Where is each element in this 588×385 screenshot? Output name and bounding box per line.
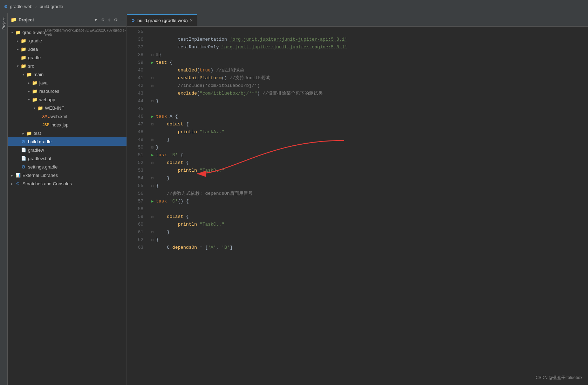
- tree-item-name-gradlewbat-file: gradlew.bat: [28, 156, 52, 161]
- sidebar-icon-expand[interactable]: ⇕: [108, 17, 111, 23]
- tree-item-webxml-file[interactable]: XMLweb.xml: [8, 112, 127, 121]
- tree-item-main-folder[interactable]: ▾📁main: [8, 70, 127, 78]
- line-number-44: 44: [127, 97, 143, 105]
- title-file: build.gradle: [40, 4, 63, 9]
- tree-item-indexjsp-file[interactable]: JSPindex.jsp: [8, 121, 127, 129]
- line-number-63: 63: [127, 244, 143, 252]
- line-number-50: 50: [127, 144, 143, 151]
- line-number-38: 38: [127, 51, 143, 59]
- tree-item-settingsgradle-file[interactable]: ⚙settings.gradle: [8, 163, 127, 171]
- code-line-60: println "TaskC..": [149, 221, 588, 228]
- line-content-48: println "TaskA..": [156, 128, 588, 136]
- tree-arrow-resources-folder[interactable]: ▸: [26, 89, 32, 93]
- project-folder-icon: 📁: [11, 17, 16, 23]
- sidebar-icon-settings[interactable]: ⚙: [114, 17, 117, 23]
- tree-arrow-webinf-folder[interactable]: ▾: [32, 106, 37, 110]
- tree-item-name-external-libs: External Libraries: [22, 173, 58, 178]
- gutter-marker-46[interactable]: ▶: [149, 113, 156, 121]
- code-line-36: testImplementation 'org.junit.jupiter:ju…: [149, 36, 588, 43]
- project-tab-label[interactable]: Project: [1, 16, 7, 31]
- tree-item-webinf-folder[interactable]: ▾📁WEB-INF: [8, 104, 127, 112]
- tree-item-test-folder[interactable]: ▸📁test: [8, 129, 127, 137]
- sidebar-header: 📁 Project ▾ ⊕ ⇕ ⚙ —: [8, 13, 127, 27]
- gutter-marker-51[interactable]: ▶: [149, 151, 156, 159]
- line-content-40: enabled(true) //跳过测试类: [156, 67, 588, 74]
- line-number-47: 47: [127, 121, 143, 128]
- tree-arrow-src-folder[interactable]: ▾: [15, 64, 20, 68]
- watermark-text: CSDN @蓝盒子itbluebox: [535, 375, 582, 380]
- file-icon-main-folder: 📁: [26, 71, 32, 77]
- line-number-54: 54: [127, 174, 143, 182]
- code-line-39: ▶test {: [149, 59, 588, 67]
- tree-item-name-indexjsp-file: index.jsp: [50, 122, 68, 128]
- line-number-49: 49: [127, 136, 143, 144]
- line-number-41: 41: [127, 74, 143, 82]
- tree-item-scratches[interactable]: ▸⊙Scratches and Consoles: [8, 179, 127, 188]
- tree-item-path-gradle-web-root: D:\ProgramWorkSpace\IDEA\20220707\gradle…: [45, 28, 127, 36]
- gutter-marker-41: ⊟: [149, 74, 156, 82]
- line-number-52: 52: [127, 159, 143, 167]
- line-content-63: C.dependsOn = ['A', 'B']: [156, 244, 588, 252]
- tree-arrow-main-folder[interactable]: ▾: [20, 73, 26, 76]
- line-number-37: 37: [127, 43, 143, 51]
- line-content-57: task 'C'() {: [156, 198, 588, 205]
- tree-item-gradle-web-root[interactable]: ▾📁gradle-web D:\ProgramWorkSpace\IDEA\20…: [8, 28, 127, 36]
- gutter-marker-44: ⊟: [149, 97, 156, 105]
- tree-arrow-gradle-folder[interactable]: ▸: [15, 39, 20, 43]
- tree-item-java-folder[interactable]: ▸📁java: [8, 78, 127, 87]
- tree-item-gradle-folder[interactable]: ▸📁.gradle: [8, 36, 127, 45]
- file-icon-gradle-web-root: 📁: [15, 29, 21, 35]
- tree-item-gradle-folder2[interactable]: 📁gradle: [8, 53, 127, 62]
- tree-item-src-folder[interactable]: ▾📁src: [8, 62, 127, 70]
- code-editor[interactable]: 3536373839404142434445464748495051525354…: [127, 27, 588, 385]
- tree-arrow-test-folder[interactable]: ▸: [20, 131, 26, 135]
- tree-arrow-gradle-web-root[interactable]: ▾: [9, 30, 15, 34]
- line-number-39: 39: [127, 59, 143, 67]
- code-line-44: ⊟}: [149, 97, 588, 105]
- tree-arrow-idea-folder[interactable]: ▸: [15, 47, 20, 51]
- tree-arrow-external-libs[interactable]: ▸: [9, 173, 15, 177]
- file-icon-indexjsp-file: JSP: [43, 122, 49, 128]
- gutter-marker-39[interactable]: ▶: [149, 59, 156, 67]
- line-content-61: }: [156, 228, 588, 236]
- sidebar-icon-minimize[interactable]: —: [121, 17, 124, 23]
- tree-item-name-test-folder: test: [34, 131, 41, 136]
- line-number-35: 35: [127, 28, 143, 36]
- code-line-62: ⊟}: [149, 236, 588, 244]
- active-editor-tab[interactable]: ⚙ build.gradle (gradle-web) ×: [127, 14, 197, 26]
- line-number-48: 48: [127, 128, 143, 136]
- tree-arrow-webapp-folder[interactable]: ▾: [26, 98, 32, 102]
- tree-arrow-scratches[interactable]: ▸: [9, 182, 15, 186]
- code-line-55: ⊟}: [149, 182, 588, 190]
- gutter-marker-62: ⊟: [149, 236, 156, 244]
- line-number-61: 61: [127, 228, 143, 236]
- tree-item-resources-folder[interactable]: ▸📁resources: [8, 87, 127, 95]
- code-line-53: println "TaskB..": [149, 167, 588, 174]
- tree-item-name-settingsgradle-file: settings.gradle: [28, 164, 58, 170]
- tree-item-idea-folder[interactable]: ▸📁.idea: [8, 45, 127, 53]
- tree-item-name-gradle-folder: .gradle: [28, 38, 42, 43]
- code-content[interactable]: testImplementation 'org.junit.jupiter:ju…: [146, 27, 588, 385]
- editor-area: ⚙ build.gradle (gradle-web) × 3536373839…: [127, 13, 588, 385]
- file-icon-external-libs: 📊: [15, 172, 21, 178]
- tab-close-button[interactable]: ×: [190, 18, 193, 23]
- line-content-60: println "TaskC..": [156, 221, 588, 228]
- tree-item-name-gradle-web-root: gradle-web: [22, 30, 45, 35]
- dropdown-arrow[interactable]: ▾: [95, 17, 97, 22]
- tree-arrow-java-folder[interactable]: ▸: [26, 81, 32, 85]
- file-icon-resources-folder: 📁: [32, 88, 38, 94]
- tree-item-webapp-folder[interactable]: ▾📁webapp: [8, 95, 127, 104]
- sidebar-icon-sync[interactable]: ⊕: [101, 17, 104, 23]
- gutter-marker-57[interactable]: ▶: [149, 198, 156, 205]
- line-content-38: ⊟}: [156, 51, 588, 59]
- tree-item-gradlewbat-file[interactable]: 📄gradlew.bat: [8, 154, 127, 163]
- tree-item-external-libs[interactable]: ▸📊External Libraries: [8, 171, 127, 179]
- line-number-59: 59: [127, 213, 143, 221]
- tree-item-buildgradle-file[interactable]: ⚙build.gradle: [8, 137, 127, 146]
- code-line-45: [149, 105, 588, 113]
- line-content-43: exclude("com/itbluebox/bj/**") //设置排除某个包…: [156, 90, 588, 97]
- tree-item-gradlew-file[interactable]: 📄gradlew: [8, 146, 127, 154]
- tree-item-name-scratches: Scratches and Consoles: [22, 181, 72, 186]
- file-icon-webinf-folder: 📁: [37, 105, 43, 111]
- line-number-56: 56: [127, 190, 143, 198]
